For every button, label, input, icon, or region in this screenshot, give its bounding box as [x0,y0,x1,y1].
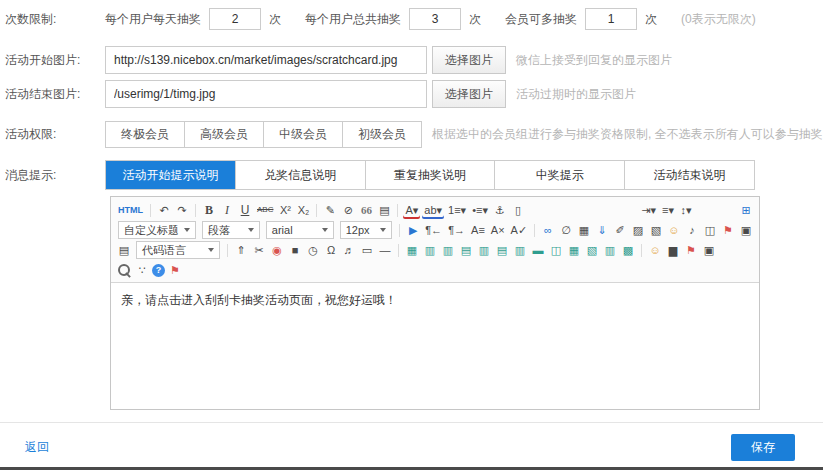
strikethrough-icon[interactable]: ABC [255,202,275,219]
paragraph-align-icon[interactable]: ≡▾ [660,202,676,219]
start-image-pick-button[interactable]: 选择图片 [432,46,506,74]
sort-table-icon[interactable]: ▥ [602,242,618,259]
group-senior-member-button[interactable]: 高级会员 [184,121,264,148]
image-icon[interactable]: ▦ [576,222,592,239]
unlink-icon[interactable]: ∅ [558,222,574,239]
split-cell-icon[interactable]: ◫ [548,242,564,259]
spellcheck-icon[interactable]: A✓ [509,222,530,239]
highlight-color-icon[interactable]: ab▾ [422,202,444,219]
smiley-icon[interactable]: ☺ [647,242,663,259]
editor-content[interactable]: 亲，请点击进入刮刮卡抽奖活动页面，祝您好运哦！ [111,283,759,409]
scrawl-icon[interactable]: ✐ [612,222,628,239]
superscript-icon[interactable]: X² [277,202,293,219]
music-icon[interactable]: ♪ [684,222,700,239]
snapshot-icon[interactable]: ⚑ [167,262,183,279]
search-icon[interactable] [116,262,132,279]
replace-icon[interactable]: ∵ [134,262,150,279]
end-image-controls: 选择图片 活动过期时的显示图片 [105,80,636,108]
video-icon[interactable]: ◫ [702,222,718,239]
underline-icon[interactable]: U [237,202,253,219]
unordered-list-icon[interactable]: •≡▾ [470,202,490,219]
attachment-icon[interactable]: ⇓ [594,222,610,239]
select-all-icon[interactable]: ▶ [405,222,421,239]
table-background-icon[interactable]: ▩ [620,242,636,259]
end-image-input[interactable] [105,80,427,108]
font-size-select[interactable]: 12px [340,221,393,239]
document-icon[interactable]: ▤ [116,242,132,259]
italic-icon[interactable]: I [219,202,235,219]
background-icon[interactable]: ▨ [630,222,646,239]
anchor-icon[interactable]: ⚓ [492,202,508,219]
fullscreen-icon[interactable]: ⊞ [738,202,754,219]
paragraph-ltr-icon[interactable]: ¶← [423,222,444,239]
insert-col-icon[interactable]: ▥ [476,242,492,259]
merge-cells-icon[interactable]: ▬ [530,242,546,259]
insert-row-icon[interactable]: ▤ [458,242,474,259]
toolbar-row-4: ∵?⚑ [115,260,755,280]
style-select[interactable]: 自定义标题 [118,221,196,239]
tab-repeat-draw[interactable]: 重复抽奖说明 [365,161,495,189]
editor-toolbar: HTML ↶↷ BIUABCX²X₂ ✎⊘66▤ A▾ab▾1≡▾•≡▾⚓▯ ⇥… [111,197,759,283]
pagebreak-icon[interactable]: ▤ [376,202,392,219]
hr-icon[interactable]: — [377,242,393,259]
template-icon[interactable]: ▧ [648,222,664,239]
screenshot-icon[interactable]: ✂ [251,242,267,259]
indent-icon[interactable]: ⇥▾ [639,202,658,219]
delete-row-icon[interactable]: ▤ [494,242,510,259]
chart-icon[interactable]: ▆ [665,242,681,259]
tab-win-prompt[interactable]: 中奖提示 [494,161,624,189]
simple-upload-icon[interactable]: ⇑ [233,242,249,259]
subscript-icon[interactable]: X₂ [295,202,311,219]
emotion-icon[interactable]: ☺ [666,222,682,239]
music2-icon[interactable]: ♬ [341,242,357,259]
group-middle-member-button[interactable]: 中级会员 [263,121,343,148]
save-button[interactable]: 保存 [731,434,795,461]
blockquote-icon[interactable]: 66 [358,202,374,219]
end-image-pick-button[interactable]: 选择图片 [432,80,506,108]
member-extra-input[interactable] [585,8,637,30]
daily-draw-input[interactable] [209,8,261,30]
table-full-width-icon[interactable]: ▥ [440,242,456,259]
table-left-float-icon[interactable]: ▥ [422,242,438,259]
pin-icon[interactable]: ⚑ [683,242,699,259]
source-button[interactable]: HTML [116,202,145,219]
table-title-icon[interactable]: ▧ [584,242,600,259]
eraser-icon[interactable]: ⊘ [340,202,356,219]
format-select[interactable]: 段落 [202,221,260,239]
paragraph-rtl-icon[interactable]: ¶→ [446,222,467,239]
group-ultimate-member-button[interactable]: 终极会员 [105,121,185,148]
back-link[interactable]: 返回 [25,439,49,456]
start-image-input[interactable] [105,46,427,74]
total-draw-input[interactable] [409,8,461,30]
special-chars-icon[interactable]: Ω [323,242,339,259]
map-icon[interactable]: ⚑ [720,222,736,239]
redo-icon[interactable]: ↷ [174,202,190,219]
font-color-icon[interactable]: A▾ [403,202,420,219]
code-language-select[interactable]: 代码语言 [136,241,220,259]
toolbar-separator [534,224,535,237]
insert-table-icon[interactable]: ▦ [404,242,420,259]
tab-activity-start-note[interactable]: 活动开始提示说明 [106,161,235,189]
auto-typeset-icon[interactable]: A≡ [469,222,487,239]
font-family-select[interactable]: arial [266,221,334,239]
ordered-list-icon[interactable]: 1≡▾ [446,202,468,219]
help-icon[interactable]: ? [152,264,165,277]
delete-table-icon[interactable]: ▦ [566,242,582,259]
print-icon[interactable]: ▣ [701,242,717,259]
time-icon[interactable]: ◷ [305,242,321,259]
link-icon[interactable]: ∞ [540,222,556,239]
clear-format-icon[interactable]: A× [489,222,507,239]
group-junior-member-button[interactable]: 初级会员 [342,121,422,148]
wordimage-icon[interactable]: ▣ [738,222,754,239]
format-painter-icon[interactable]: ✎ [322,202,338,219]
tab-activity-end[interactable]: 活动结束说明 [624,161,754,189]
undo-icon[interactable]: ↶ [156,202,172,219]
delete-col-icon[interactable]: ▥ [512,242,528,259]
insert-frame-icon[interactable]: ▯ [510,202,526,219]
record-icon[interactable]: ◉ [269,242,285,259]
tab-redeem-info[interactable]: 兑奖信息说明 [235,161,365,189]
bold-icon[interactable]: B [201,202,217,219]
stop-icon[interactable]: ■ [287,242,303,259]
slideshow-icon[interactable]: ▭ [359,242,375,259]
line-height-icon[interactable]: ↕▾ [678,202,694,219]
